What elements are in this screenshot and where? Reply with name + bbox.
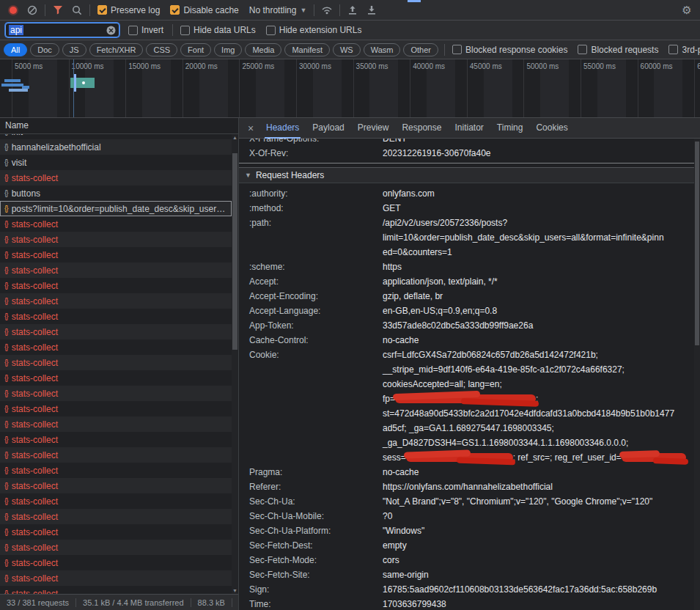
json-file-icon: {} xyxy=(4,528,8,536)
divider xyxy=(89,4,90,16)
request-row[interactable]: {}stats-collect xyxy=(0,262,232,278)
type-filter-all[interactable]: All xyxy=(4,43,27,56)
tab-timing[interactable]: Timing xyxy=(490,118,530,139)
clear-button[interactable] xyxy=(23,2,42,18)
request-name: hannahelizabethofficial xyxy=(12,142,101,152)
request-row[interactable]: {}stats-collect xyxy=(0,216,232,232)
request-row-selected[interactable]: {}posts?limit=10&order=publish_date_desc… xyxy=(0,201,232,216)
blocked-response-cookies-checkbox[interactable]: Blocked response cookies xyxy=(452,45,567,55)
throttling-dropdown[interactable]: No throttling ▼ xyxy=(249,5,307,15)
export-har-button[interactable] xyxy=(343,2,362,18)
settings-button[interactable]: ⚙ xyxy=(677,2,696,18)
request-row[interactable]: {}stats-collect xyxy=(0,478,232,493)
timeline[interactable]: 5000 ms10000 ms15000 ms20000 ms25000 ms3… xyxy=(0,59,700,118)
third-party-requests-checkbox[interactable]: 3rd-party requests xyxy=(668,45,700,55)
request-row[interactable]: {}stats-collect xyxy=(0,447,232,463)
request-row[interactable]: {}stats-collect xyxy=(0,232,232,247)
tab-preview[interactable]: Preview xyxy=(351,118,396,139)
disable-cache-label: Disable cache xyxy=(183,5,238,15)
header-value: empty xyxy=(383,538,694,553)
request-row[interactable]: {}visit xyxy=(0,155,232,170)
import-har-button[interactable] xyxy=(362,2,381,18)
request-row[interactable]: {}stats-collect xyxy=(0,370,232,386)
timeline-tick-label: 15000 ms xyxy=(128,62,161,70)
hide-data-urls-checkbox[interactable]: Hide data URLs xyxy=(180,25,256,35)
timeline-tick-label: 55000 ms xyxy=(583,62,616,70)
scrollbar-thumb[interactable] xyxy=(232,153,237,350)
hide-extension-urls-checkbox[interactable]: Hide extension URLs xyxy=(266,25,362,35)
type-filter-wasm[interactable]: Wasm xyxy=(364,43,401,56)
details-scrollbar[interactable] xyxy=(694,139,700,610)
type-filter-img[interactable]: Img xyxy=(214,43,242,56)
request-row[interactable]: {}stats-collect xyxy=(0,432,232,447)
type-filter-ws[interactable]: WS xyxy=(333,43,361,56)
type-filter-doc[interactable]: Doc xyxy=(30,43,59,56)
clipped-rows: X-Frame-Options:DENYX-Of-Rev:20231226191… xyxy=(239,139,694,161)
request-row[interactable]: {}stats-collect xyxy=(0,339,232,355)
header-name: Accept-Language: xyxy=(239,304,383,318)
json-file-icon: {} xyxy=(4,189,8,197)
disable-cache-checkbox[interactable]: Disable cache xyxy=(170,5,238,15)
blocked-requests-checkbox[interactable]: Blocked requests xyxy=(578,45,658,55)
request-row[interactable]: {}stats-collect xyxy=(0,493,232,509)
network-conditions-button[interactable] xyxy=(317,2,336,18)
request-row[interactable]: {}stats-collect xyxy=(0,324,232,339)
scrollbar-thumb[interactable] xyxy=(695,142,699,345)
redaction-scribble xyxy=(622,453,686,462)
request-row[interactable]: {}init xyxy=(0,134,232,139)
request-row[interactable]: {}stats-collect xyxy=(0,416,232,432)
header-value: csrf=LdfcGX4Sa72db06824c657db26a5d142472… xyxy=(383,348,694,465)
request-name: visit xyxy=(12,158,27,168)
type-filter-js[interactable]: JS xyxy=(62,43,86,56)
name-column-header[interactable]: Name xyxy=(0,118,238,134)
header-row: Referer:https://onlyfans.com/hannaheliza… xyxy=(239,479,694,494)
type-filter-other[interactable]: Other xyxy=(403,43,438,56)
tab-initiator[interactable]: Initiator xyxy=(448,118,490,139)
request-row[interactable]: {}stats-collect xyxy=(0,540,232,555)
header-value: "Not_A Brand";v="8", "Chromium";v="120",… xyxy=(383,494,694,509)
request-row[interactable]: {}stats-collect xyxy=(0,386,232,401)
request-row[interactable]: {}stats-collect xyxy=(0,247,232,262)
type-filter-fetch-xhr[interactable]: Fetch/XHR xyxy=(89,43,144,56)
request-row[interactable]: {}stats-collect xyxy=(0,586,232,594)
request-row[interactable]: {}stats-collect xyxy=(0,555,232,570)
tab-payload[interactable]: Payload xyxy=(306,118,350,139)
tab-headers[interactable]: Headers xyxy=(259,118,306,139)
request-headers-section[interactable]: ▼ Request Headers xyxy=(239,167,694,183)
request-row[interactable]: {}stats-collect xyxy=(0,278,232,293)
network-filter-input[interactable]: api xyxy=(5,23,119,37)
request-row[interactable]: {}stats-collect xyxy=(0,570,232,586)
type-filter-css[interactable]: CSS xyxy=(146,43,177,56)
header-row: X-Of-Rev:202312261916-30670fa40e xyxy=(239,146,694,161)
request-row[interactable]: {}hannahelizabethofficial xyxy=(0,139,232,155)
scroll-down-icon[interactable]: ▼ xyxy=(232,588,238,593)
request-list-scrollbar[interactable]: ▲ ▼ xyxy=(232,134,238,594)
request-row[interactable]: {}stats-collect xyxy=(0,509,232,524)
json-file-icon: {} xyxy=(4,282,8,290)
record-button[interactable] xyxy=(4,2,23,18)
close-details-button[interactable]: × xyxy=(242,122,259,134)
request-row[interactable]: {}stats-collect xyxy=(0,524,232,540)
request-row[interactable]: {}stats-collect xyxy=(0,463,232,478)
preserve-log-checkbox[interactable]: Preserve log xyxy=(97,5,160,15)
request-name: stats-collect xyxy=(12,481,58,491)
search-button[interactable] xyxy=(67,2,86,18)
type-filter-manifest[interactable]: Manifest xyxy=(284,43,330,56)
json-file-icon: {} xyxy=(4,374,8,382)
tab-cookies[interactable]: Cookies xyxy=(529,118,574,139)
header-row: Pragma:no-cache xyxy=(239,465,694,479)
timeline-tick-label: 60000 ms xyxy=(641,62,673,70)
request-row[interactable]: {}buttons xyxy=(0,185,232,201)
request-row[interactable]: {}stats-collect xyxy=(0,309,232,324)
request-row[interactable]: {}stats-collect xyxy=(0,401,232,416)
request-row[interactable]: {}stats-collect xyxy=(0,293,232,309)
request-row[interactable]: {}stats-collect xyxy=(0,355,232,370)
clear-filter-icon[interactable] xyxy=(106,26,116,35)
type-filter-media[interactable]: Media xyxy=(245,43,281,56)
tab-response[interactable]: Response xyxy=(395,118,448,139)
invert-checkbox[interactable]: Invert xyxy=(128,25,163,35)
type-filter-font[interactable]: Font xyxy=(180,43,211,56)
scroll-up-icon[interactable]: ▲ xyxy=(232,135,238,140)
filter-toggle-button[interactable] xyxy=(48,2,67,18)
request-row[interactable]: {}stats-collect xyxy=(0,170,232,185)
